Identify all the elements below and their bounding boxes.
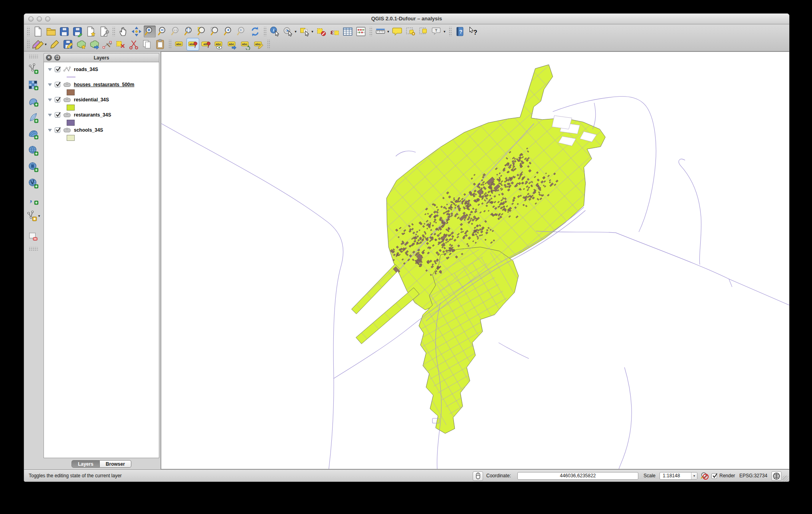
layer-visibility-checkbox[interactable] — [55, 112, 60, 118]
current-edits-button[interactable] — [32, 38, 44, 50]
save-project-as-button[interactable] — [71, 26, 83, 38]
refresh-map-button[interactable] — [249, 26, 261, 38]
move-feature-button[interactable] — [88, 38, 100, 50]
move-label-button[interactable]: abc — [226, 38, 238, 50]
toolbar-handle[interactable] — [267, 40, 270, 49]
chevron-down-icon[interactable]: ▼ — [311, 30, 314, 34]
toolbar-handle[interactable] — [28, 247, 38, 251]
node-tool-button[interactable] — [101, 38, 113, 50]
add-wfs-layer-button[interactable] — [27, 177, 39, 189]
new-bookmark-button[interactable] — [404, 26, 416, 38]
layer-list[interactable]: roads_34Shouses_restaurants_500mresident… — [44, 62, 159, 458]
layer-name[interactable]: houses_restaurants_500m — [74, 82, 134, 87]
map-canvas[interactable] — [161, 51, 789, 469]
field-calculator-button[interactable] — [355, 26, 367, 38]
panel-close-icon[interactable]: ✕ — [46, 55, 52, 61]
chevron-down-icon[interactable]: ▼ — [44, 43, 48, 46]
pin-labels-button[interactable]: abc — [187, 38, 199, 50]
layer-name[interactable]: schools_34S — [74, 127, 103, 133]
disclosure-triangle-icon[interactable] — [48, 99, 52, 101]
layer-name[interactable]: residential_34S — [74, 97, 109, 103]
crs-globe-icon[interactable] — [771, 471, 782, 481]
toolbar-handle[interactable] — [112, 27, 115, 36]
layer-visibility-checkbox[interactable] — [55, 127, 60, 133]
disclosure-triangle-icon[interactable] — [48, 68, 52, 71]
disclosure-triangle-icon[interactable] — [48, 83, 52, 86]
add-postgis-layer-button[interactable] — [27, 95, 39, 107]
layer-item-houses_restaurants_500m[interactable]: houses_restaurants_500m — [44, 81, 159, 96]
add-spatialite-layer-button[interactable] — [27, 112, 39, 124]
panel-float-icon[interactable]: ❐ — [54, 55, 60, 61]
map-tips-button[interactable] — [391, 26, 403, 38]
add-wms-layer-button[interactable] — [27, 144, 39, 156]
highlight-pinned-labels-button[interactable]: ab — [200, 38, 212, 50]
whats-this-button[interactable]: ? — [467, 26, 479, 38]
layer-visibility-checkbox[interactable] — [55, 97, 60, 103]
toolbar-handle[interactable] — [369, 27, 372, 36]
map-rendering[interactable] — [161, 52, 790, 469]
remove-layer-button[interactable] — [27, 231, 39, 243]
add-raster-layer-button[interactable] — [27, 79, 39, 91]
copy-features-button[interactable] — [141, 38, 153, 50]
add-feature-button[interactable] — [75, 38, 87, 50]
layer-item-schools_34S[interactable]: schools_34S — [44, 126, 159, 141]
deselect-features-button[interactable] — [315, 26, 327, 38]
new-project-button[interactable] — [32, 26, 44, 38]
chevron-down-icon[interactable]: ▼ — [386, 30, 390, 34]
layer-name[interactable]: restaurants_34S — [74, 112, 111, 118]
zoom-to-selection-button[interactable] — [196, 26, 208, 38]
zoom-to-layer-button[interactable] — [210, 26, 222, 38]
chevron-down-icon[interactable]: ▼ — [443, 30, 446, 34]
layer-item-residential_34S[interactable]: residential_34S — [44, 96, 159, 111]
scale-combobox[interactable]: 1:18148 ▼ — [660, 472, 697, 480]
title-bar[interactable]: QGIS 2.0.1-Dufour – analysis — [24, 14, 789, 24]
new-shapefile-layer-button[interactable] — [26, 210, 38, 222]
toolbar-handle[interactable] — [26, 27, 30, 36]
chevron-down-icon[interactable]: ▼ — [294, 30, 297, 34]
render-suspend-icon[interactable] — [699, 471, 710, 481]
layer-item-roads_34S[interactable]: roads_34S — [44, 65, 159, 81]
save-layer-edits-button[interactable] — [62, 38, 74, 50]
cut-features-button[interactable] — [128, 38, 140, 50]
rotate-label-button[interactable]: abc — [240, 38, 252, 50]
show-hide-labels-button[interactable]: abc — [213, 38, 225, 50]
label-layer-button[interactable]: abc — [174, 38, 186, 50]
minimize-window-button[interactable] — [37, 16, 42, 22]
close-window-button[interactable] — [28, 16, 34, 22]
disclosure-triangle-icon[interactable] — [48, 114, 52, 117]
delete-selected-button[interactable] — [115, 38, 127, 50]
zoom-in-button[interactable] — [144, 26, 156, 38]
toggle-editing-button[interactable] — [49, 38, 61, 50]
select-by-expression-button[interactable]: ε — [329, 26, 341, 38]
toolbar-handle[interactable] — [26, 40, 30, 49]
help-contents-button[interactable]: ? — [454, 26, 466, 38]
layer-item-restaurants_34S[interactable]: restaurants_34S — [44, 111, 159, 126]
zoom-last-button[interactable] — [223, 26, 235, 38]
zoom-full-button[interactable] — [183, 26, 195, 38]
coordinate-input[interactable]: 446036,6235822 — [517, 472, 638, 480]
new-composer-button[interactable] — [85, 26, 97, 38]
render-checkbox[interactable] — [711, 473, 717, 479]
add-wcs-layer-button[interactable] — [27, 161, 39, 173]
show-bookmarks-button[interactable] — [418, 26, 430, 38]
tab-browser[interactable]: Browser — [100, 460, 131, 468]
composer-manager-button[interactable] — [98, 26, 110, 38]
resize-grip[interactable] — [782, 476, 788, 482]
add-mssql-layer-button[interactable] — [27, 128, 39, 140]
toolbar-handle[interactable] — [28, 55, 38, 58]
layer-visibility-checkbox[interactable] — [55, 82, 60, 87]
chevron-down-icon[interactable]: ▼ — [38, 214, 41, 218]
identify-features-button[interactable]: i — [269, 26, 281, 38]
layer-visibility-checkbox[interactable] — [55, 67, 60, 72]
zoom-actual-button[interactable]: 1:1 — [170, 26, 182, 38]
zoom-window-button[interactable] — [45, 16, 50, 22]
open-project-button[interactable] — [45, 26, 57, 38]
toolbar-handle[interactable] — [168, 40, 172, 49]
chevron-down-icon[interactable]: ▼ — [691, 472, 697, 479]
tab-layers[interactable]: Layers — [71, 460, 100, 468]
add-vector-layer-button[interactable] — [27, 63, 39, 75]
toolbar-handle[interactable] — [448, 27, 452, 36]
pan-map-button[interactable] — [117, 26, 129, 38]
add-delimited-text-layer-button[interactable]: , — [27, 194, 39, 206]
coordinate-display-toggle-icon[interactable] — [473, 471, 483, 481]
